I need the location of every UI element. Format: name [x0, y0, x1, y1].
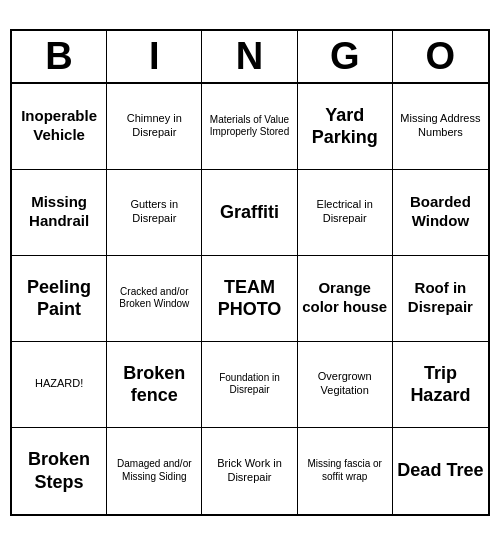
bingo-cell: Foundation in Disrepair — [202, 342, 297, 428]
bingo-cell: Broken Steps — [12, 428, 107, 514]
bingo-cell: Roof in Disrepair — [393, 256, 488, 342]
bingo-cell: Broken fence — [107, 342, 202, 428]
bingo-cell: Graffiti — [202, 170, 297, 256]
bingo-cell: Overgrown Vegitation — [298, 342, 393, 428]
bingo-card: BINGO Inoperable VehicleChimney in Disre… — [10, 29, 490, 516]
bingo-cell: Cracked and/or Broken Window — [107, 256, 202, 342]
bingo-letter: N — [202, 31, 297, 82]
bingo-cell: Damaged and/or Missing Siding — [107, 428, 202, 514]
bingo-letter: G — [298, 31, 393, 82]
bingo-letter: B — [12, 31, 107, 82]
bingo-cell: Yard Parking — [298, 84, 393, 170]
bingo-cell: Missing Address Numbers — [393, 84, 488, 170]
bingo-grid: Inoperable VehicleChimney in DisrepairMa… — [12, 84, 488, 514]
bingo-cell: Missing fascia or soffit wrap — [298, 428, 393, 514]
bingo-cell: Brick Work in Disrepair — [202, 428, 297, 514]
bingo-letter: I — [107, 31, 202, 82]
bingo-cell: Boarded Window — [393, 170, 488, 256]
bingo-cell: Dead Tree — [393, 428, 488, 514]
bingo-cell: Gutters in Disrepair — [107, 170, 202, 256]
bingo-cell: Materials of Value Improperly Stored — [202, 84, 297, 170]
bingo-cell: Missing Handrail — [12, 170, 107, 256]
bingo-header: BINGO — [12, 31, 488, 84]
bingo-cell: Electrical in Disrepair — [298, 170, 393, 256]
bingo-cell: Inoperable Vehicle — [12, 84, 107, 170]
bingo-cell: TEAM PHOTO — [202, 256, 297, 342]
bingo-cell: Trip Hazard — [393, 342, 488, 428]
bingo-letter: O — [393, 31, 488, 82]
bingo-cell: Orange color house — [298, 256, 393, 342]
bingo-cell: Chimney in Disrepair — [107, 84, 202, 170]
bingo-cell: HAZARD! — [12, 342, 107, 428]
bingo-cell: Peeling Paint — [12, 256, 107, 342]
